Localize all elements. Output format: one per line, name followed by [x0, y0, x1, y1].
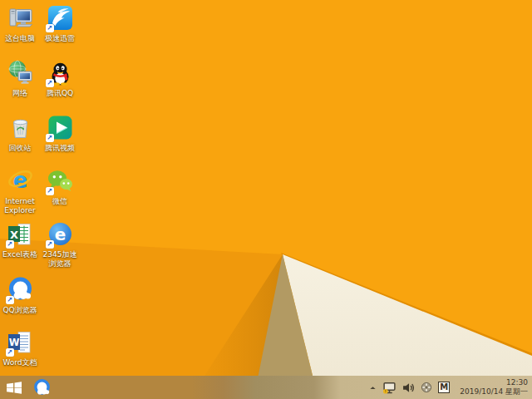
desktop-icon-tencent-qq[interactable]: ↗ 腾讯QQ — [41, 59, 79, 98]
taskbar: M 12:30 2019/10/14 星期一 — [0, 376, 532, 399]
desktop-icon-label: Excel表格 — [1, 250, 39, 259]
recycle-bin-icon — [7, 114, 34, 141]
desktop-icon-recycle-bin[interactable]: 回收站 — [1, 114, 39, 153]
word-icon: W ↗ — [7, 328, 34, 356]
desktop-icon-word[interactable]: W ↗ Word文档 — [1, 328, 39, 367]
desktop-icon-wechat[interactable]: ↗ 微信 — [41, 167, 79, 206]
desktop-icon-label: 极速迅雷 — [41, 34, 79, 43]
utility-tray[interactable] — [421, 382, 432, 393]
desktop-icon-label: Internet Explorer — [1, 197, 39, 215]
qq-penguin-icon: ↗ — [47, 59, 74, 86]
desktop-icon-label: 网络 — [1, 89, 39, 98]
desktop-icon-label: 2345加速浏览器 — [41, 250, 79, 268]
taskbar-pinned-qq-browser[interactable] — [28, 376, 55, 399]
desktop-wallpaper — [0, 0, 532, 399]
this-pc-icon — [7, 4, 34, 32]
wallpaper-graphic — [0, 0, 532, 399]
desktop-icon-label: 回收站 — [1, 144, 39, 153]
network-warning-icon — [382, 382, 397, 394]
windows-logo-icon — [7, 382, 22, 394]
shortcut-arrow-icon: ↗ — [46, 134, 54, 142]
desktop-icon-thunder[interactable]: ↗ 极速迅雷 — [41, 4, 79, 43]
svg-text:e: e — [54, 224, 66, 244]
excel-icon: X ↗ — [7, 220, 34, 248]
shortcut-arrow-icon: ↗ — [46, 240, 54, 249]
desktop-icon-qq-browser[interactable]: ↗ QQ浏览器 — [1, 276, 39, 315]
desktop-icon-2345-browser[interactable]: e ↗ 2345加速浏览器 — [41, 220, 79, 268]
desktop-icon-this-pc[interactable]: 这台电脑 — [1, 4, 39, 43]
speaker-icon — [402, 382, 415, 393]
system-tray: M 12:30 2019/10/14 星期一 — [369, 378, 532, 397]
desktop-icon-tencent-video[interactable]: ↗ 腾讯视频 — [41, 114, 79, 153]
desktop-icon-excel[interactable]: X ↗ Excel表格 — [1, 220, 39, 259]
crosshair-icon — [421, 382, 432, 393]
clock-time: 12:30 — [460, 378, 528, 387]
desktop-icon-label: 腾讯视频 — [41, 144, 79, 153]
desktop-icon-label: 微信 — [41, 197, 79, 206]
desktop-icon-network[interactable]: 网络 — [1, 59, 39, 98]
internet-explorer-icon: e — [7, 167, 34, 195]
shortcut-arrow-icon: ↗ — [46, 79, 54, 87]
wechat-icon: ↗ — [47, 167, 74, 195]
thunder-icon: ↗ — [47, 4, 74, 32]
qq-browser-icon — [32, 378, 52, 397]
desktop-icon-label: 腾讯QQ — [41, 89, 79, 98]
shortcut-arrow-icon: ↗ — [46, 24, 54, 32]
svg-text:W: W — [8, 337, 19, 348]
network-status-tray[interactable] — [382, 382, 397, 394]
taskbar-clock[interactable]: 12:30 2019/10/14 星期一 — [460, 378, 528, 397]
desktop-icon-label: QQ浏览器 — [1, 306, 39, 315]
start-button[interactable] — [0, 376, 28, 399]
desktop-icon-label: Word文档 — [1, 358, 39, 367]
desktop-icon-internet-explorer[interactable]: e Internet Explorer — [1, 167, 39, 215]
input-method-indicator[interactable]: M — [438, 382, 450, 393]
2345-browser-icon: e ↗ — [47, 220, 74, 248]
shortcut-arrow-icon: ↗ — [6, 240, 14, 249]
shortcut-arrow-icon: ↗ — [6, 348, 14, 357]
chevron-up-icon — [369, 384, 377, 392]
volume-tray[interactable] — [402, 382, 415, 393]
svg-text:X: X — [9, 229, 17, 241]
network-icon — [7, 59, 34, 86]
shortcut-arrow-icon: ↗ — [46, 187, 54, 195]
desktop: 这台电脑 ↗ 极速迅雷 — [0, 0, 532, 399]
shortcut-arrow-icon: ↗ — [6, 296, 14, 304]
tencent-video-icon: ↗ — [47, 114, 74, 141]
desktop-icon-label: 这台电脑 — [1, 34, 39, 43]
clock-date: 2019/10/14 星期一 — [460, 387, 528, 397]
hidden-icons-chevron[interactable] — [369, 384, 377, 392]
qq-browser-icon: ↗ — [7, 276, 34, 303]
